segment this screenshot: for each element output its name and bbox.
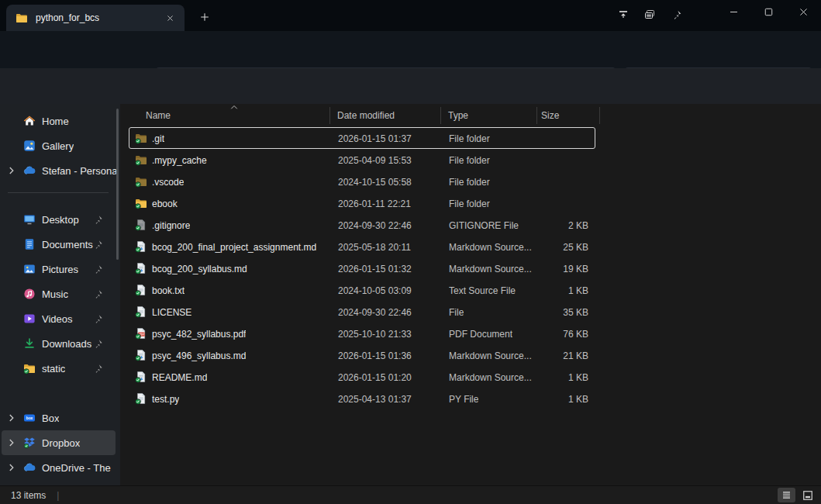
collapse-to-top-icon[interactable] <box>610 4 636 26</box>
file-row[interactable]: README.md 2026-01-15 01:20 Markdown Sour… <box>129 366 595 388</box>
column-divider[interactable] <box>440 107 441 124</box>
music-icon <box>23 288 36 300</box>
maximize-button[interactable] <box>751 0 786 23</box>
file-row[interactable]: test.py 2025-04-13 01:37 PY File 1 KB <box>129 388 595 409</box>
file-row[interactable]: psyc_496_syllabus.md 2026-01-15 01:36 Ma… <box>129 344 595 366</box>
column-header-name[interactable]: Name <box>146 110 171 121</box>
file-hidden-icon <box>135 219 147 231</box>
file-name: psyc_482_syllabus.pdf <box>152 329 246 340</box>
sidebar-item[interactable]: static <box>2 356 116 381</box>
folder-icon <box>135 197 147 209</box>
icons-view-toggle[interactable] <box>799 488 816 502</box>
tab-title: python_for_bcs <box>36 12 163 23</box>
sidebar-item-label: Home <box>42 116 69 127</box>
file-row[interactable]: .git 2026-01-15 01:37 File folder <box>129 127 595 149</box>
file-row[interactable]: .mypy_cache 2025-04-09 15:53 File folder <box>129 149 595 171</box>
sidebar-item[interactable]: Documents <box>2 232 116 257</box>
sidebar-item-label: Downloads <box>42 338 91 350</box>
explorer-tab[interactable]: python_for_bcs <box>6 5 185 31</box>
sidebar-top-group: Home Gallery Stefan - Persona <box>0 109 120 183</box>
file-type: Markdown Source... <box>449 350 532 361</box>
onedrive-icon <box>23 461 36 474</box>
sidebar-item[interactable]: Home <box>2 109 116 133</box>
column-divider[interactable] <box>599 107 600 124</box>
dropbox-icon <box>23 437 36 449</box>
details-view-toggle[interactable] <box>778 488 795 502</box>
file-row[interactable]: psyc_482_syllabus.pdf 2025-10-10 21:33 P… <box>129 323 595 344</box>
file-name: LICENSE <box>152 307 191 318</box>
file-date-modified: 2024-10-15 05:58 <box>338 177 412 188</box>
command-bar: New A Sort View <box>0 68 821 104</box>
file-row[interactable]: bcog_200_final_project_assignment.md 202… <box>129 236 595 257</box>
column-header-type[interactable]: Type <box>448 110 468 121</box>
sidebar-item[interactable]: Dropbox <box>2 430 116 455</box>
column-header-size[interactable]: Size <box>541 110 559 121</box>
navigation-bar: ··· Teaching BCOG 200 Textbook python_fo… <box>0 31 821 68</box>
file-date-modified: 2026-01-15 01:32 <box>338 264 412 274</box>
file-type: Markdown Source... <box>449 372 532 383</box>
column-header-date[interactable]: Date modified <box>337 110 395 121</box>
file-row[interactable]: LICENSE 2024-09-30 22:46 File 35 KB <box>129 301 595 323</box>
sidebar-item[interactable]: Videos <box>2 306 116 331</box>
file-type: File folder <box>449 133 490 144</box>
home-icon <box>23 115 36 127</box>
sidebar-item-label: OneDrive - The <box>42 462 111 474</box>
file-pane: Name Date modified Type Size .git 2026-0… <box>120 104 821 485</box>
sidebar-item[interactable]: box Box <box>2 406 116 430</box>
chevron-right-icon[interactable] <box>6 462 17 473</box>
folder-icon <box>16 12 28 24</box>
file-type: PDF Document <box>449 329 512 340</box>
folder-hidden-icon <box>135 154 147 166</box>
pin-icon <box>93 264 103 274</box>
column-divider[interactable] <box>536 107 537 124</box>
file-name: test.py <box>152 394 179 405</box>
file-date-modified: 2025-04-13 01:37 <box>338 394 412 405</box>
file-size: 19 KB <box>563 264 588 274</box>
main-area: Home Gallery Stefan - Persona Desktop Do… <box>0 104 821 485</box>
file-name: bcog_200_syllabus.md <box>152 264 247 274</box>
file-size: 1 KB <box>568 372 588 383</box>
file-icon <box>135 392 147 405</box>
close-button[interactable] <box>786 0 821 23</box>
file-date-modified: 2025-04-09 15:53 <box>338 155 412 166</box>
sidebar-item[interactable]: Pictures <box>2 257 116 281</box>
new-tab-button[interactable] <box>195 9 214 25</box>
minimize-button[interactable] <box>716 0 751 23</box>
file-md-icon <box>135 262 147 274</box>
sort-ascending-icon <box>229 103 239 111</box>
file-type: GITIGNORE File <box>449 220 519 231</box>
file-row[interactable]: .vscode 2024-10-15 05:58 File folder <box>129 171 595 192</box>
file-md-icon <box>135 349 147 361</box>
sidebar-item[interactable]: Desktop <box>2 207 116 232</box>
sidebar-item-label: Documents <box>42 239 93 250</box>
chevron-right-icon[interactable] <box>6 437 17 448</box>
file-name: README.md <box>152 372 207 383</box>
file-row[interactable]: book.txt 2024-10-05 03:09 Text Source Fi… <box>129 279 595 301</box>
sidebar-item[interactable]: Stefan - Persona <box>2 158 116 183</box>
chevron-right-icon[interactable] <box>6 413 17 423</box>
desktop-icon <box>23 213 36 226</box>
column-divider[interactable] <box>329 107 330 124</box>
sidebar-item[interactable]: Gallery <box>2 133 116 158</box>
chevron-right-icon[interactable] <box>6 165 17 176</box>
sidebar-item[interactable]: OneDrive - The <box>2 455 116 480</box>
cascade-windows-icon[interactable] <box>636 4 663 26</box>
folder-sync-icon <box>23 362 36 375</box>
sidebar-item[interactable]: Downloads <box>2 331 116 356</box>
svg-text:box: box <box>26 416 33 420</box>
file-md-icon <box>135 371 147 383</box>
file-date-modified: 2026-01-11 22:21 <box>338 198 411 209</box>
file-row[interactable]: bcog_200_syllabus.md 2026-01-15 01:32 Ma… <box>129 257 595 279</box>
file-type: File folder <box>449 155 490 166</box>
sidebar-scrollbar[interactable] <box>116 109 119 260</box>
file-icon <box>135 284 147 296</box>
sidebar-item[interactable]: Music <box>2 281 116 306</box>
file-row[interactable]: ebook 2026-01-11 22:21 File folder <box>129 192 595 214</box>
pin-tool-icon[interactable] <box>663 4 689 26</box>
file-type: File folder <box>449 198 490 209</box>
sidebar-item-label: static <box>42 363 65 375</box>
sidebar-item-label: Music <box>42 288 68 300</box>
tab-close-icon[interactable] <box>163 11 177 25</box>
file-type: Markdown Source... <box>449 242 532 253</box>
file-row[interactable]: .gitignore 2024-09-30 22:46 GITIGNORE Fi… <box>129 214 595 236</box>
